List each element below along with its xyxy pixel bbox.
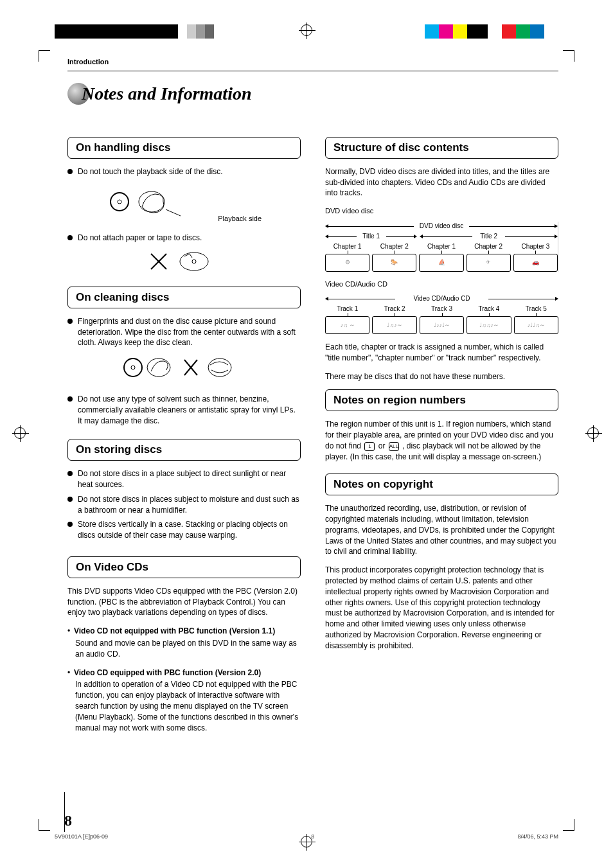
svg-line-3 xyxy=(166,209,181,216)
diagram-chapter: Chapter 1 xyxy=(333,243,362,250)
svg-point-13 xyxy=(208,359,231,376)
list-item-title: Video CD not equipped with PBC function … xyxy=(74,626,275,637)
section-label: Introduction xyxy=(67,58,558,66)
page-title-row: Notes and Information xyxy=(67,83,558,105)
diagram-title: Title 1 xyxy=(362,233,380,240)
reg-swatch xyxy=(411,24,425,39)
crop-mark xyxy=(39,50,50,62)
reg-swatch xyxy=(205,24,214,39)
diagram-caption: DVD video disc xyxy=(420,222,463,229)
diagram-cd: Video CD/Audio CD Track 1♪♫ ∼ Track 2♩♫♪… xyxy=(325,294,558,334)
illustration-no-tape xyxy=(67,249,301,278)
list-item-body: Sound and movie can be played on this DV… xyxy=(75,638,301,660)
crosshair-icon xyxy=(14,427,26,441)
svg-point-9 xyxy=(131,366,135,369)
diagram-track: Track 1 xyxy=(337,305,358,312)
region-1-icon: 1 xyxy=(364,442,375,451)
body-text: The region number of this unit is 1. If … xyxy=(325,419,558,462)
svg-point-10 xyxy=(147,359,170,376)
reg-swatch xyxy=(75,24,96,39)
body-text: Normally, DVD video discs are divided in… xyxy=(325,166,558,199)
reg-swatch xyxy=(488,24,502,39)
reg-swatch xyxy=(467,24,488,39)
body-text: The unauthorized recording, use, distrib… xyxy=(325,503,558,557)
heading-cleaning: On cleaning discs xyxy=(67,287,301,308)
reg-swatch xyxy=(214,24,223,39)
diagram-caption: Video CD/Audio CD xyxy=(413,295,470,302)
heading-region: Notes on region numbers xyxy=(325,389,558,411)
body-text: Each title, chapter or track is assigned… xyxy=(325,342,558,364)
svg-point-1 xyxy=(118,200,121,204)
diagram-chapter: Chapter 2 xyxy=(380,243,409,250)
reg-swatch xyxy=(96,24,116,39)
svg-point-6 xyxy=(180,252,208,270)
body-text: Do not store discs in a place subject to… xyxy=(78,468,301,490)
diagram-dvd-label: DVD video disc xyxy=(325,206,558,216)
heading-handling: On handling discs xyxy=(67,137,301,159)
reg-swatch xyxy=(453,24,467,39)
diagram-chapter: Chapter 3 xyxy=(521,243,549,250)
reg-swatch xyxy=(187,24,196,39)
reg-swatch xyxy=(116,24,137,39)
divider xyxy=(67,71,558,71)
body-text: Do not use any type of solvent such as t… xyxy=(78,394,301,426)
reg-swatch xyxy=(137,24,157,39)
body-text: Do not store discs in places subject to … xyxy=(78,494,301,516)
diagram-title: Title 2 xyxy=(480,233,497,240)
body-text: Store discs vertically in a case. Stacki… xyxy=(78,519,301,541)
registration-marks xyxy=(0,24,613,40)
reg-swatch xyxy=(439,24,453,39)
body-text: This DVD supports Video CDs equipped wit… xyxy=(67,586,301,618)
illustration-disc-hand: Playback side xyxy=(67,182,301,224)
diagram-track: Track 2 xyxy=(384,305,405,312)
diagram-chapter: Chapter 1 xyxy=(427,243,456,250)
reg-swatch xyxy=(502,24,516,39)
list-item-title: Video CD equipped with PBC function (Ver… xyxy=(74,668,261,678)
page-title: Notes and Information xyxy=(82,84,252,104)
reg-swatch xyxy=(516,24,530,39)
reg-swatch xyxy=(544,24,558,39)
body-text: Fingerprints and dust on the disc cause … xyxy=(78,316,301,348)
illustration-wipe xyxy=(67,353,301,385)
diagram-cd-label: Video CD/Audio CD xyxy=(325,279,558,289)
reg-swatch xyxy=(157,24,178,39)
crop-mark xyxy=(563,819,574,831)
illustration-label: Playback side xyxy=(218,215,262,222)
svg-point-0 xyxy=(111,193,129,211)
diagram-track: Track 3 xyxy=(431,305,452,312)
svg-point-8 xyxy=(124,359,142,376)
diagram-dvd: DVD video disc Title 1 Title 2 Chapter 1… xyxy=(325,222,558,272)
footer-file: 5V90101A [E]p06-09 xyxy=(55,833,108,840)
reg-swatch xyxy=(55,24,75,39)
heading-copyright: Notes on copyright xyxy=(325,474,558,495)
crosshair-icon xyxy=(301,24,312,36)
page-number: 8 xyxy=(64,812,72,829)
crosshair-icon xyxy=(301,836,312,850)
crosshair-icon xyxy=(587,427,599,441)
right-column: Structure of disc contents Normally, DVD… xyxy=(325,137,558,733)
body-text: There may be discs that do not have thes… xyxy=(325,371,558,382)
list-item-body: In addition to operation of a Video CD n… xyxy=(75,679,301,733)
svg-point-7 xyxy=(192,260,196,263)
heading-structure: Structure of disc contents xyxy=(325,137,558,159)
body-text: This product incorporates copyright prot… xyxy=(325,565,558,651)
reg-swatch xyxy=(196,24,205,39)
heading-videocds: On Video CDs xyxy=(67,556,301,578)
crop-mark xyxy=(39,819,50,831)
diagram-track: Track 5 xyxy=(526,305,547,312)
region-all-icon: ALL xyxy=(389,442,399,451)
reg-swatch xyxy=(530,24,544,39)
left-column: On handling discs Do not touch the playb… xyxy=(67,137,301,733)
diagram-chapter: Chapter 2 xyxy=(474,243,502,250)
reg-swatch xyxy=(178,24,187,39)
heading-storing: On storing discs xyxy=(67,439,301,461)
body-text: Do not touch the playback side of the di… xyxy=(78,166,222,177)
crop-mark xyxy=(563,50,574,62)
diagram-track: Track 4 xyxy=(478,305,499,312)
body-text: Do not attach paper or tape to discs. xyxy=(78,233,202,244)
reg-swatch xyxy=(425,24,439,39)
footer-date: 8/4/06, 5:43 PM xyxy=(517,833,558,840)
